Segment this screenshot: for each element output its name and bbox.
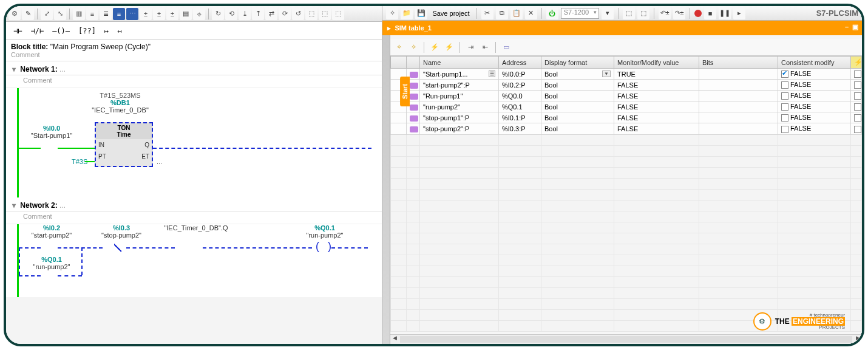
start-tab[interactable]: Start: [400, 77, 410, 106]
tool-icon[interactable]: ⟲: [225, 8, 237, 20]
tool-icon[interactable]: ±: [140, 8, 152, 20]
checkbox[interactable]: [781, 92, 788, 100]
tool-icon[interactable]: ≡: [113, 8, 125, 20]
sim-table[interactable]: Name Address Display format Monitor/Modi…: [390, 56, 862, 334]
start-sidebar[interactable]: [382, 35, 390, 344]
sim-tab[interactable]: ▸ SIM table_1 – ▣: [382, 21, 862, 35]
tool-icon[interactable]: ✧: [407, 41, 419, 53]
checkbox[interactable]: [854, 114, 861, 122]
tool-icon[interactable]: ⎆: [193, 8, 205, 20]
tool-icon[interactable]: ⇄: [265, 8, 277, 20]
coil[interactable]: [316, 241, 331, 255]
box-icon[interactable]: [??]: [76, 26, 98, 36]
save-icon[interactable]: 💾: [415, 7, 427, 19]
record-icon[interactable]: [694, 10, 702, 17]
tool-icon[interactable]: ⟳: [279, 8, 291, 20]
block-comment[interactable]: Comment: [11, 51, 377, 58]
col-consistent[interactable]: Consistent modify: [778, 57, 851, 69]
tool-icon[interactable]: ±: [153, 8, 165, 20]
checkbox[interactable]: [781, 81, 788, 89]
contact-nc-icon[interactable]: ⊣/⊢: [28, 26, 46, 36]
tool-icon[interactable]: ⬚: [305, 8, 317, 20]
more-icon[interactable]: ▸: [733, 7, 745, 19]
col-display[interactable]: Display format: [541, 57, 614, 69]
checkbox[interactable]: [781, 70, 788, 78]
tool-icon[interactable]: ↺: [292, 8, 304, 20]
dropdown-icon[interactable]: ▾: [602, 7, 614, 19]
checkbox[interactable]: [854, 103, 861, 111]
network2-header[interactable]: ▾ Network 2: ...: [6, 197, 382, 211]
block-title-value[interactable]: "Main Program Sweep (Cycle)": [50, 43, 151, 51]
tool-icon[interactable]: ±: [166, 8, 178, 20]
tool-icon[interactable]: ⤒: [252, 8, 264, 20]
pause-icon[interactable]: ❚❚: [719, 7, 731, 19]
maximize-icon[interactable]: ▣: [852, 23, 858, 31]
undo-icon[interactable]: ↶±: [659, 7, 671, 19]
network1-header[interactable]: ▾ Network 1: ...: [6, 61, 382, 75]
network2-comment[interactable]: Comment: [6, 211, 382, 224]
nc-contact[interactable]: [109, 241, 126, 255]
tool-icon[interactable]: ⬚: [319, 8, 331, 20]
cut-icon[interactable]: ✂: [481, 7, 493, 19]
power-icon[interactable]: ⏻: [546, 7, 558, 19]
redo-icon[interactable]: ↷±: [673, 7, 685, 19]
open-icon[interactable]: 📁: [401, 7, 413, 19]
copy-icon[interactable]: ⧉: [496, 7, 508, 19]
minimize-icon[interactable]: –: [845, 23, 849, 31]
no-contact[interactable]: [41, 142, 58, 155]
checkbox[interactable]: [854, 70, 861, 78]
checkbox[interactable]: [854, 92, 861, 100]
tool-icon[interactable]: ✎: [22, 8, 34, 20]
network2-canvas[interactable]: %I0.2 "start-pump2" %I0.3 "stop-pump2" "…: [6, 224, 382, 297]
checkbox[interactable]: [854, 81, 861, 89]
tool-icon[interactable]: ⤡: [54, 8, 66, 20]
checkbox[interactable]: [781, 114, 788, 122]
ton-block[interactable]: TONTime INQ PTET: [95, 122, 153, 167]
tool-icon[interactable]: ⤓: [239, 8, 251, 20]
branch-close-icon[interactable]: ↤: [115, 26, 124, 36]
stop-icon[interactable]: ■: [704, 7, 716, 19]
export-icon[interactable]: ⇥: [464, 41, 476, 53]
no-contact[interactable]: [41, 269, 58, 283]
checkbox[interactable]: [854, 126, 861, 133]
tool-icon[interactable]: ⬚: [332, 8, 344, 20]
tool-icon[interactable]: ⚙: [8, 8, 21, 20]
tool-icon[interactable]: ≣: [100, 8, 112, 20]
contact-no-icon[interactable]: ⊣⊢: [11, 26, 24, 36]
table-row[interactable]: "stop-pump2":P%I0.3:PBoolFALSEFALSE: [391, 123, 862, 134]
table-row[interactable]: "stop-pump1":P%I0.1:PBoolFALSEFALSE: [391, 112, 862, 123]
bolt-icon[interactable]: ⚡: [429, 41, 441, 53]
h-scrollbar[interactable]: ◀▶: [390, 334, 862, 344]
col-address[interactable]: Address: [499, 57, 541, 69]
branch-open-icon[interactable]: ↦: [102, 26, 111, 36]
save-project-button[interactable]: Save project: [430, 10, 472, 17]
col-mon[interactable]: Monitor/Modify value: [614, 57, 699, 69]
paste-icon[interactable]: 📋: [510, 7, 523, 19]
bolt-icon[interactable]: ⚡: [443, 41, 455, 53]
tag-icon[interactable]: ▭: [500, 41, 512, 53]
table-row[interactable]: "Run-pump1"%Q0.0BoolFALSEFALSE: [391, 91, 862, 101]
network1-canvas[interactable]: T#1S_523MS %DB1 "IEC_Timer_0_DB" TONTime…: [6, 88, 382, 197]
table-row[interactable]: "Start-pump1...☰%I0.0:PBool▼TRUEFALSE: [391, 69, 862, 80]
tool-icon[interactable]: ▤: [180, 8, 192, 20]
table-row[interactable]: "run-pump2"%Q0.1BoolFALSEFALSE: [391, 101, 862, 112]
tool-icon[interactable]: ≡: [86, 8, 98, 20]
tool-icon[interactable]: ⋯: [126, 8, 138, 20]
tool-icon[interactable]: ↻: [212, 8, 224, 20]
tool-icon[interactable]: ▥: [73, 8, 85, 20]
no-contact[interactable]: [186, 241, 203, 255]
no-contact[interactable]: [41, 241, 58, 255]
tool-icon[interactable]: ✧: [393, 41, 405, 53]
delete-icon[interactable]: ✕: [525, 7, 537, 19]
tool-icon[interactable]: ⬚: [637, 7, 649, 19]
device-select[interactable]: S7-1200: [561, 8, 600, 19]
tool-icon[interactable]: ⬚: [623, 7, 635, 19]
col-name[interactable]: Name: [420, 57, 499, 69]
checkbox[interactable]: [781, 103, 788, 111]
import-icon[interactable]: ⇤: [479, 41, 491, 53]
table-row[interactable]: "start-pump2":P%I0.2:PBoolFALSEFALSE: [391, 80, 862, 91]
tool-icon[interactable]: ⤢: [41, 8, 53, 20]
checkbox[interactable]: [781, 126, 788, 133]
network1-comment[interactable]: Comment: [6, 75, 382, 88]
new-icon[interactable]: ✧: [386, 7, 398, 19]
